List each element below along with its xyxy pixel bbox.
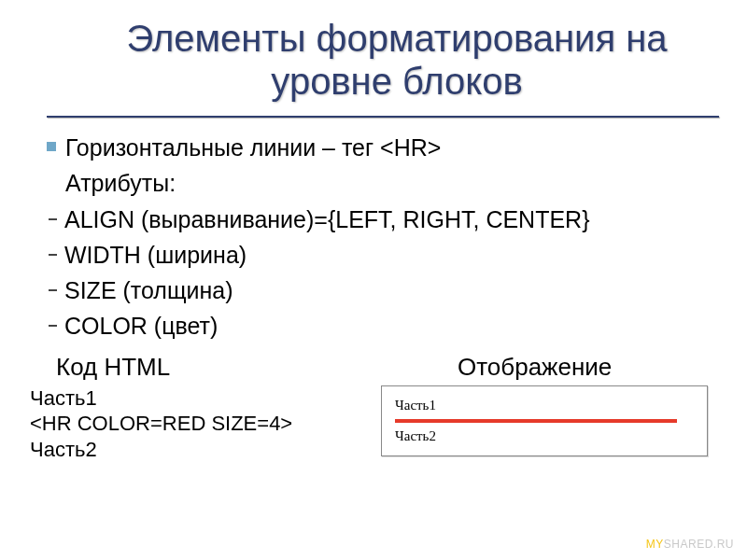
body-list: Горизонтальные линии – тег <HR> Атрибуты…: [19, 131, 728, 343]
title-underline: [47, 116, 719, 118]
dash-bullet-icon: [49, 325, 57, 327]
dash-bullet-icon: [49, 218, 57, 220]
columns: Код HTML Часть1 <HR COLOR=RED SIZE=4> Ча…: [19, 353, 728, 463]
list-text: ALIGN (выравнивание)={LEFT, RIGHT, CENTE…: [64, 203, 590, 236]
list-text: SIZE (толщина): [64, 273, 233, 307]
code-column: Код HTML Часть1 <HR COLOR=RED SIZE=4> Ча…: [19, 353, 374, 463]
list-subitem: SIZE (толщина): [47, 273, 728, 307]
list-text: COLOR (цвет): [64, 309, 218, 343]
watermark-text: SHARED.RU: [664, 538, 734, 551]
list-subitem: WIDTH (ширина): [47, 238, 728, 272]
dash-bullet-icon: [49, 254, 57, 256]
list-item: Горизонтальные линии – тег <HR>: [47, 131, 728, 164]
dash-bullet-icon: [49, 289, 57, 291]
list-text: WIDTH (ширина): [64, 238, 247, 272]
code-line: <HR COLOR=RED SIZE=4>: [30, 411, 374, 437]
list-item: Атрибуты:: [47, 166, 728, 200]
render-column: Отображение Часть1 Часть2: [374, 353, 728, 456]
code-header: Код HTML: [19, 353, 374, 382]
slide-title: Элементы форматирования на уровне блоков: [19, 11, 728, 112]
render-preview-box: Часть1 Часть2: [381, 385, 708, 456]
watermark-accent: MY: [646, 538, 664, 551]
render-header: Отображение: [374, 353, 728, 382]
render-text: Часть2: [395, 428, 692, 444]
slide: Элементы форматирования на уровне блоков…: [0, 0, 747, 560]
list-text: Горизонтальные линии – тег <HR>: [65, 131, 441, 164]
code-line: Часть2: [30, 437, 374, 463]
list-text: Атрибуты:: [65, 166, 176, 200]
square-bullet-icon: [47, 142, 56, 151]
render-text: Часть1: [395, 398, 692, 413]
list-subitem: ALIGN (выравнивание)={LEFT, RIGHT, CENTE…: [47, 203, 728, 236]
rendered-hr: [395, 419, 677, 423]
code-block: Часть1 <HR COLOR=RED SIZE=4> Часть2: [19, 385, 374, 463]
code-line: Часть1: [30, 385, 374, 412]
list-subitem: COLOR (цвет): [47, 309, 728, 343]
watermark: MYSHARED.RU: [646, 538, 734, 551]
